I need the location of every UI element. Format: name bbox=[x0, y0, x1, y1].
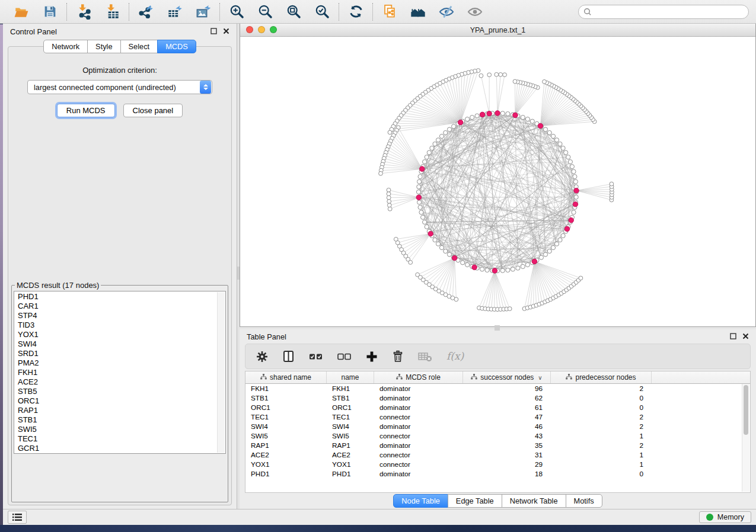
cell-successor-nodes[interactable]: 46 bbox=[463, 422, 551, 431]
table-row[interactable]: FKH1FKH1dominator962 bbox=[245, 384, 750, 393]
cell-successor-nodes[interactable]: 62 bbox=[463, 394, 551, 402]
cell-shared-name[interactable]: FKH1 bbox=[245, 384, 327, 393]
cell-successor-nodes[interactable]: 47 bbox=[463, 413, 551, 421]
cell-predecessor-nodes[interactable]: 1 bbox=[551, 460, 652, 469]
cell-shared-name[interactable]: STB1 bbox=[245, 394, 327, 402]
column-header-predecessor-nodes[interactable]: predecessor nodes bbox=[551, 371, 652, 383]
mcds-result-item[interactable]: SWI4 bbox=[18, 339, 225, 349]
cell-predecessor-nodes[interactable]: 1 bbox=[551, 432, 652, 440]
search-input[interactable] bbox=[578, 5, 749, 19]
eye-icon[interactable] bbox=[467, 4, 483, 20]
cell-mcds-role[interactable]: connector bbox=[374, 451, 463, 459]
close-panel-icon[interactable] bbox=[742, 332, 749, 341]
deselect-all-checkboxes-icon[interactable] bbox=[337, 352, 352, 361]
table-row[interactable]: STB1STB1dominator620 bbox=[245, 393, 750, 403]
maximize-window-icon[interactable] bbox=[270, 26, 277, 33]
tab-node-table[interactable]: Node Table bbox=[393, 494, 448, 508]
float-window-icon[interactable] bbox=[210, 27, 217, 36]
table-row[interactable]: YOX1YOX1connector291 bbox=[245, 460, 750, 469]
mcds-result-item[interactable]: TEC1 bbox=[18, 434, 225, 444]
cell-predecessor-nodes[interactable]: 2 bbox=[551, 384, 652, 393]
add-column-plus-icon[interactable] bbox=[366, 351, 378, 363]
cell-successor-nodes[interactable]: 61 bbox=[463, 403, 551, 412]
sort-indicator-icon[interactable]: ∨ bbox=[538, 374, 542, 381]
tab-edge-table[interactable]: Edge Table bbox=[448, 494, 502, 508]
optimization-criterion-select[interactable]: largest connected component (undirected) bbox=[27, 80, 212, 94]
cell-predecessor-nodes[interactable]: 2 bbox=[551, 422, 652, 431]
import-network-icon[interactable] bbox=[75, 4, 92, 20]
mcds-result-item[interactable]: STP4 bbox=[18, 311, 225, 321]
table-row[interactable]: TEC1TEC1connector472 bbox=[245, 412, 750, 422]
cell-name[interactable]: ORC1 bbox=[327, 403, 374, 412]
table-scrollbar-thumb[interactable] bbox=[744, 385, 748, 435]
close-panel-icon[interactable] bbox=[223, 27, 229, 36]
save-session-icon[interactable] bbox=[42, 4, 58, 20]
minimize-window-icon[interactable] bbox=[258, 26, 265, 33]
mcds-result-item[interactable]: STB5 bbox=[18, 387, 225, 396]
task-history-button[interactable] bbox=[8, 511, 27, 524]
eye-slash-icon[interactable] bbox=[438, 4, 455, 20]
splitter-grip[interactable] bbox=[495, 325, 500, 331]
cell-predecessor-nodes[interactable]: 0 bbox=[551, 394, 652, 402]
cell-shared-name[interactable]: ORC1 bbox=[245, 403, 327, 412]
cell-successor-nodes[interactable]: 29 bbox=[463, 460, 551, 469]
cell-successor-nodes[interactable]: 96 bbox=[463, 384, 551, 393]
cell-name[interactable]: STB1 bbox=[327, 394, 374, 402]
zoom-fit-icon[interactable] bbox=[285, 4, 302, 20]
close-window-icon[interactable] bbox=[246, 26, 253, 33]
cell-name[interactable]: TEC1 bbox=[327, 413, 374, 421]
cell-successor-nodes[interactable]: 35 bbox=[463, 441, 551, 450]
cell-name[interactable]: ACE2 bbox=[327, 451, 374, 459]
cell-shared-name[interactable]: RAP1 bbox=[245, 441, 327, 450]
cell-successor-nodes[interactable]: 43 bbox=[463, 432, 551, 440]
cell-name[interactable]: RAP1 bbox=[327, 441, 374, 450]
memory-button[interactable]: Memory bbox=[699, 511, 751, 523]
column-header-mcds-role[interactable]: MCDS role bbox=[374, 371, 463, 383]
double-house-icon[interactable] bbox=[410, 4, 426, 20]
table-row[interactable]: RAP1RAP1dominator352 bbox=[245, 441, 750, 450]
cell-predecessor-nodes[interactable]: 0 bbox=[551, 470, 652, 478]
refresh-icon[interactable] bbox=[347, 4, 364, 20]
cell-mcds-role[interactable]: connector bbox=[374, 413, 463, 421]
mcds-result-item[interactable]: FKH1 bbox=[18, 368, 225, 377]
table-settings-gear-icon[interactable] bbox=[256, 351, 268, 363]
splitter-grip[interactable] bbox=[237, 267, 240, 280]
horizontal-splitter[interactable] bbox=[240, 327, 756, 329]
cell-shared-name[interactable]: SWI4 bbox=[245, 422, 327, 431]
import-table-icon[interactable] bbox=[104, 4, 120, 20]
cell-mcds-role[interactable]: dominator bbox=[374, 403, 463, 412]
cell-mcds-role[interactable]: dominator bbox=[374, 384, 463, 393]
mcds-result-item[interactable]: PHD1 bbox=[18, 292, 225, 302]
mcds-result-item[interactable]: PMA2 bbox=[18, 358, 225, 368]
cell-predecessor-nodes[interactable]: 2 bbox=[551, 441, 652, 450]
mcds-result-item[interactable]: ORC1 bbox=[18, 396, 225, 406]
cell-name[interactable]: FKH1 bbox=[327, 384, 374, 393]
mcds-result-item[interactable]: YOX1 bbox=[18, 330, 225, 339]
tab-network[interactable]: Network bbox=[43, 40, 88, 53]
table-row[interactable]: ORC1ORC1dominator610 bbox=[245, 403, 750, 412]
cell-predecessor-nodes[interactable]: 2 bbox=[551, 413, 652, 421]
run-mcds-button[interactable]: Run MCDS bbox=[57, 104, 115, 117]
cell-mcds-role[interactable]: dominator bbox=[374, 394, 463, 402]
mcds-result-item[interactable]: CAR1 bbox=[18, 302, 225, 311]
close-panel-button[interactable]: Close panel bbox=[123, 104, 183, 117]
cell-mcds-role[interactable]: dominator bbox=[374, 470, 463, 478]
open-folder-icon[interactable] bbox=[13, 4, 30, 20]
table-row[interactable]: PHD1PHD1dominator180 bbox=[245, 469, 750, 479]
cell-name[interactable]: YOX1 bbox=[327, 460, 374, 469]
mcds-result-item[interactable]: TID3 bbox=[18, 321, 225, 330]
float-window-icon[interactable] bbox=[730, 332, 736, 341]
export-image-icon[interactable] bbox=[194, 4, 211, 20]
column-header-shared-name[interactable]: shared name bbox=[245, 371, 327, 383]
cell-name[interactable]: SWI5 bbox=[327, 432, 374, 440]
cell-predecessor-nodes[interactable]: 1 bbox=[551, 451, 652, 459]
cell-shared-name[interactable]: TEC1 bbox=[245, 413, 327, 421]
vertical-splitter[interactable] bbox=[237, 24, 240, 509]
table-row[interactable]: SWI4SWI4dominator462 bbox=[245, 422, 750, 431]
mcds-result-item[interactable]: RAP1 bbox=[18, 406, 225, 415]
clone-network-icon[interactable] bbox=[381, 4, 398, 20]
network-window-titlebar[interactable]: YPA_prune.txt_1 bbox=[240, 24, 755, 37]
select-all-checkboxes-icon[interactable] bbox=[309, 352, 323, 361]
cell-mcds-role[interactable]: dominator bbox=[374, 422, 463, 431]
cell-name[interactable]: SWI4 bbox=[327, 422, 374, 431]
